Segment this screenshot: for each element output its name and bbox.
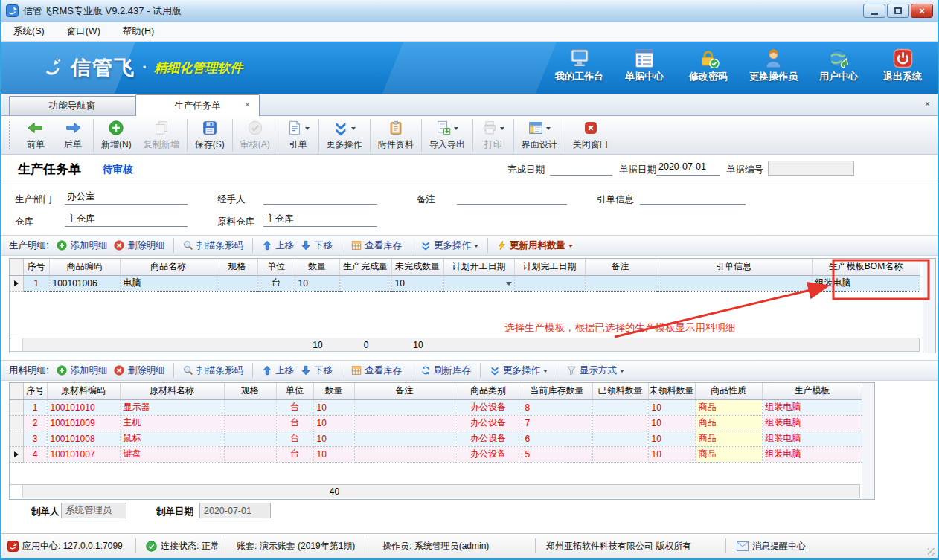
banner-action-user-center[interactable]: 用户中心 [815, 48, 862, 83]
mat-refresh-stock-button[interactable]: 刷新库存 [420, 364, 471, 377]
mat-more-actions-button[interactable]: 更多操作 [490, 364, 548, 377]
tab-production-order[interactable]: 生产任务单 × [135, 94, 260, 116]
prod-move-down-button[interactable]: 下移 [301, 239, 333, 252]
menu-system[interactable]: 系统(S) [13, 25, 45, 38]
toolbar-separator [411, 238, 411, 253]
more-actions-button[interactable]: 更多操作 [321, 117, 368, 153]
prod-more-actions-button[interactable]: 更多操作 [420, 239, 478, 252]
prod-scan-barcode-button[interactable]: 扫描条形码 [183, 239, 243, 252]
add-icon [57, 240, 67, 251]
import-export-button[interactable]: 导入导出 [423, 117, 471, 153]
table-row[interactable]: 1 100101006 电脑 台 10 10 组装电脑 [10, 275, 920, 291]
date-dropdown-icon[interactable] [506, 282, 512, 289]
table-row[interactable]: 3 100101008 鼠标 台 10 办公设备 6 10 商品 组装电脑 [10, 431, 862, 446]
mat-delete-row-button[interactable]: 删除明细 [114, 364, 164, 377]
toolbar-grip[interactable] [9, 121, 11, 149]
bom-template-cell[interactable]: 组装电脑 [812, 275, 920, 291]
toolbar-separator [472, 119, 473, 152]
summary-selector-cell [10, 485, 23, 498]
app-logo-icon [6, 4, 19, 17]
warehouse-input[interactable]: 主仓库 [65, 213, 188, 227]
banner-action-workbench[interactable]: 我的工作台 [555, 48, 603, 83]
toolbar-separator [232, 119, 233, 152]
production-grid: 序号 商品编码 商品名称 规格 单位 数量 生产完成量 未完成数量 计划开工日期… [9, 258, 936, 353]
mat-move-up-button[interactable]: 上移 [262, 364, 294, 377]
banner-action-document-center[interactable]: 单据中心 [621, 48, 667, 83]
vertical-scrollbar[interactable] [923, 259, 935, 353]
attachments-button[interactable]: 附件资料 [372, 117, 420, 153]
minimize-icon [871, 13, 878, 15]
bill-date-label: 单据日期 [619, 164, 656, 176]
menu-window[interactable]: 窗口(W) [67, 25, 100, 38]
prod-delete-row-button[interactable]: 删除明细 [114, 239, 164, 252]
document-center-icon [635, 48, 654, 68]
status-bar: 应用中心: 127.0.0.1:7099 连接状态: 正常 账套: 演示账套 (… [1, 533, 938, 558]
make-date-label: 制单日期 [156, 506, 193, 518]
dropdown-caret-icon [351, 127, 356, 132]
copy-new-button[interactable]: 复制新增 [138, 117, 185, 153]
banner-action-change-password[interactable]: 修改密码 [685, 48, 731, 83]
next-doc-button[interactable]: 后单 [54, 117, 92, 153]
ui-design-button[interactable]: 界面设计 [516, 117, 563, 153]
prev-doc-button[interactable]: 前单 [17, 117, 54, 153]
tabstrip-close-icon[interactable]: × [925, 99, 930, 109]
refresh-icon [420, 365, 431, 376]
mat-view-stock-button[interactable]: 查看库存 [351, 364, 402, 377]
table-row[interactable]: 4 100101007 键盘 台 10 办公设备 5 10 商品 组装电脑 [10, 446, 862, 462]
dropdown-caret-icon [620, 370, 624, 375]
vertical-scrollbar[interactable] [862, 383, 874, 499]
close-window-button[interactable]: 关闭窗口 [567, 117, 615, 153]
message-center-link[interactable]: 消息提醒中心 [737, 540, 806, 553]
handler-input[interactable] [263, 190, 377, 205]
remark-input[interactable] [457, 190, 567, 205]
toolbar-separator [187, 119, 188, 152]
title-bar: 信管飞RMS专业版 V9.2.437 - 试用版 × [1, 0, 938, 22]
menu-help[interactable]: 帮助(H) [123, 25, 154, 38]
quote-doc-button[interactable]: 引单 [280, 117, 317, 153]
bill-no-input[interactable] [768, 161, 854, 176]
warehouse-label: 仓库 [15, 216, 33, 228]
main-toolbar: 前单 后单 新增(N) 复制新增 保存(S) 审核(A) 引单 更多操作 附件资… [1, 116, 938, 155]
table-row[interactable]: 1 100101010 显示器 台 10 办公设备 8 10 商品 组装电脑 [10, 399, 862, 415]
grid-icon [351, 365, 362, 376]
doc-title-row: 生产任务单 待审核 完成日期 单据日期 2020-07-01 单据编号 [1, 155, 938, 184]
prod-view-stock-button[interactable]: 查看库存 [351, 239, 402, 252]
material-warehouse-label: 原料仓库 [217, 216, 254, 228]
banner-action-exit[interactable]: 退出系统 [879, 48, 926, 83]
current-row-indicator [10, 275, 23, 291]
arrow-down-icon [301, 240, 311, 251]
resize-grip[interactable] [928, 548, 935, 556]
close-button[interactable]: × [911, 4, 933, 18]
copyright-text: 郑州亚拓软件科技有限公司 版权所有 [546, 540, 691, 553]
finish-date-input[interactable] [550, 161, 612, 176]
brand-logo-icon [42, 57, 64, 79]
delete-icon [114, 240, 124, 251]
audit-button[interactable]: 审核(A) [234, 117, 276, 153]
ref-info-input[interactable] [640, 190, 746, 205]
print-button[interactable]: 打印 [475, 117, 512, 153]
production-table: 序号 商品编码 商品名称 规格 单位 数量 生产完成量 未完成数量 计划开工日期… [10, 259, 920, 292]
banner-action-switch-operator[interactable]: 更换操作员 [749, 48, 798, 83]
double-chevron-down-icon [490, 365, 500, 376]
material-warehouse-input[interactable]: 主仓库 [263, 213, 377, 227]
tab-close-icon[interactable]: × [245, 100, 250, 109]
production-summary-row: 10 0 10 [10, 338, 920, 352]
mat-display-mode-button[interactable]: 显示方式 [566, 364, 624, 377]
tab-function-nav[interactable]: 功能导航窗 [9, 96, 135, 115]
table-header-row: 序号 原材料编码 原材料名称 规格 单位 数量 备注 商品类别 当前库存数量 已… [10, 383, 862, 399]
mat-scan-barcode-button[interactable]: 扫描条形码 [183, 364, 243, 377]
save-button[interactable]: 保存(S) [189, 117, 231, 153]
update-material-qty-button[interactable]: 更新用料数量 [497, 239, 573, 252]
mat-add-row-button[interactable]: 添加明细 [57, 364, 107, 377]
minimize-button[interactable] [863, 4, 885, 18]
audit-check-icon [247, 120, 263, 136]
mat-move-down-button[interactable]: 下移 [301, 364, 333, 377]
maximize-button[interactable] [887, 4, 909, 18]
prod-move-up-button[interactable]: 上移 [262, 239, 294, 252]
bill-date-input[interactable]: 2020-07-01 [656, 161, 720, 176]
table-row[interactable]: 2 100101009 主机 台 10 办公设备 7 10 商品 组装电脑 [10, 415, 862, 431]
prod-add-row-button[interactable]: 添加明细 [57, 239, 107, 252]
new-button[interactable]: 新增(N) [95, 117, 138, 153]
dept-input[interactable]: 办公室 [65, 190, 188, 205]
import-export-icon [435, 120, 452, 136]
